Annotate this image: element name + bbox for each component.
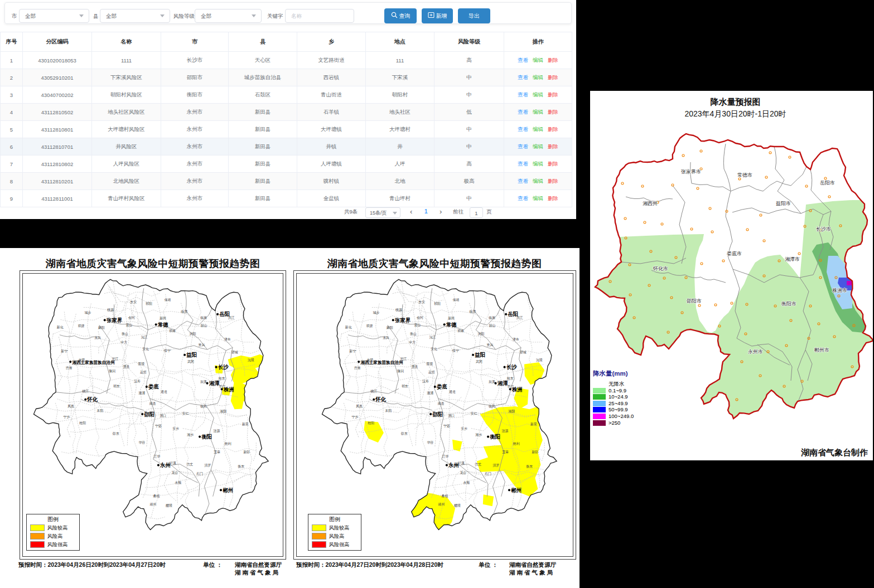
svg-text:永顺: 永顺	[175, 480, 181, 484]
svg-text:常德市: 常德市	[737, 172, 752, 178]
svg-text:娄底市: 娄底市	[727, 251, 742, 256]
svg-text:江华: 江华	[442, 455, 449, 458]
svg-text:益阳: 益阳	[474, 352, 485, 358]
svg-text:怀化: 怀化	[375, 396, 387, 402]
svg-text:临武: 临武	[489, 405, 495, 409]
svg-text:浏阳: 浏阳	[190, 332, 196, 336]
svg-text:益阳市: 益阳市	[776, 201, 791, 206]
svg-text:湘乡: 湘乡	[187, 433, 194, 437]
svg-text:桃源: 桃源	[395, 308, 402, 312]
svg-text:郴州: 郴州	[510, 487, 521, 493]
svg-text:长沙市: 长沙市	[816, 226, 831, 232]
svg-text:中方: 中方	[409, 340, 416, 344]
svg-text:凤凰: 凤凰	[67, 405, 74, 408]
svg-text:株洲: 株洲	[223, 386, 234, 392]
svg-text:常德: 常德	[158, 322, 168, 328]
svg-text:桃江: 桃江	[82, 389, 89, 393]
svg-text:靖州: 靖州	[149, 502, 157, 506]
svg-text:临湘: 临湘	[489, 316, 495, 320]
svg-text:郴州市: 郴州市	[814, 347, 829, 353]
svg-text:邵东: 邵东	[112, 431, 119, 436]
svg-text:古丈: 古丈	[475, 463, 481, 466]
svg-text:安乡: 安乡	[172, 426, 179, 430]
svg-text:祁阳: 祁阳	[434, 302, 441, 306]
svg-text:株洲市: 株洲市	[832, 288, 847, 293]
svg-text:涟源: 涟源	[502, 429, 509, 433]
svg-text:沅陵: 沅陵	[248, 358, 254, 362]
svg-text:新邵: 新邵	[243, 450, 250, 454]
svg-text:益阳: 益阳	[186, 352, 197, 358]
svg-text:永州: 永州	[160, 462, 171, 468]
svg-text:宁乡: 宁乡	[352, 415, 359, 419]
svg-text:花垣: 花垣	[140, 370, 147, 375]
svg-text:通道: 通道	[449, 390, 456, 393]
svg-text:临澧: 临澧	[469, 310, 476, 314]
svg-text:桑植: 桑植	[442, 494, 448, 498]
svg-text:醴陵: 醴陵	[166, 503, 172, 508]
svg-text:张家界: 张家界	[394, 317, 411, 323]
svg-text:张家界: 张家界	[106, 317, 122, 323]
svg-text:长沙: 长沙	[506, 364, 517, 370]
svg-text:岳阳: 岳阳	[219, 311, 230, 317]
svg-text:沅江: 沅江	[141, 336, 148, 339]
svg-text:耒阳: 耒阳	[385, 409, 392, 413]
svg-text:资兴: 资兴	[487, 343, 494, 347]
svg-text:南县: 南县	[438, 401, 445, 405]
svg-text:邵阳市: 邵阳市	[687, 298, 702, 304]
svg-text:衡阳: 衡阳	[489, 434, 500, 440]
svg-text:邵阳: 邵阳	[432, 411, 443, 417]
svg-text:永兴: 永兴	[94, 336, 101, 339]
svg-text:娄底: 娄底	[148, 383, 159, 390]
svg-text:新晃: 新晃	[530, 422, 537, 426]
svg-text:衡东: 衡东	[526, 464, 533, 469]
svg-text:中方: 中方	[120, 340, 127, 344]
svg-text:麻阳: 麻阳	[98, 325, 105, 330]
svg-text:慈利: 慈利	[224, 442, 231, 446]
svg-text:湘乡: 湘乡	[475, 433, 482, 437]
svg-text:双峰: 双峰	[457, 329, 464, 333]
svg-text:桂阳: 桂阳	[79, 421, 86, 425]
svg-text:韶山: 韶山	[489, 323, 496, 328]
svg-text:保靖: 保靖	[453, 298, 460, 302]
svg-text:华容: 华容	[427, 440, 433, 445]
svg-text:溆浦: 溆浦	[427, 391, 433, 395]
svg-text:凤凰: 凤凰	[356, 405, 363, 408]
svg-text:临澧: 临澧	[181, 310, 187, 314]
svg-text:吉首: 吉首	[354, 366, 361, 370]
svg-text:辰溪: 辰溪	[200, 380, 207, 383]
svg-text:湘阴: 湘阴	[220, 410, 226, 414]
svg-text:会同: 会同	[128, 316, 135, 319]
svg-text:耒阳: 耒阳	[96, 409, 103, 413]
svg-text:湘潭市: 湘潭市	[785, 256, 800, 262]
svg-text:石门: 石门	[196, 472, 203, 476]
svg-text:桂阳: 桂阳	[367, 421, 374, 425]
svg-text:永州: 永州	[448, 462, 459, 468]
svg-text:浏阳: 浏阳	[478, 332, 485, 336]
svg-text:蓝山: 蓝山	[126, 323, 133, 327]
svg-text:涟源: 涟源	[214, 429, 220, 433]
svg-text:衡阳: 衡阳	[201, 434, 212, 440]
svg-text:双峰: 双峰	[169, 329, 176, 333]
svg-text:郴州: 郴州	[222, 487, 233, 493]
svg-text:长沙: 长沙	[218, 364, 229, 370]
svg-text:资兴: 资兴	[199, 343, 205, 347]
svg-text:临武: 临武	[200, 405, 207, 409]
svg-text:新晃: 新晃	[242, 422, 249, 426]
svg-text:宜章: 宜章	[502, 450, 509, 454]
svg-text:洞口: 洞口	[448, 414, 455, 418]
svg-text:绥宁: 绥宁	[164, 348, 171, 352]
svg-text:怀化市: 怀化市	[653, 266, 668, 271]
svg-text:新田: 新田	[160, 315, 166, 320]
svg-text:武冈: 武冈	[476, 360, 482, 364]
svg-text:茶陵: 茶陵	[427, 362, 433, 366]
svg-text:望城: 望城	[231, 350, 238, 354]
svg-text:桂东: 桂东	[506, 376, 514, 380]
svg-text:茶陵: 茶陵	[138, 362, 145, 366]
svg-text:隆回: 隆回	[397, 369, 404, 373]
svg-text:汨罗: 汨罗	[492, 464, 499, 468]
svg-text:古丈: 古丈	[186, 463, 193, 466]
svg-text:龙山: 龙山	[171, 471, 178, 474]
svg-text:通道: 通道	[161, 390, 167, 393]
svg-text:双牌: 双牌	[366, 324, 373, 328]
svg-text:泸溪: 泸溪	[458, 461, 465, 465]
